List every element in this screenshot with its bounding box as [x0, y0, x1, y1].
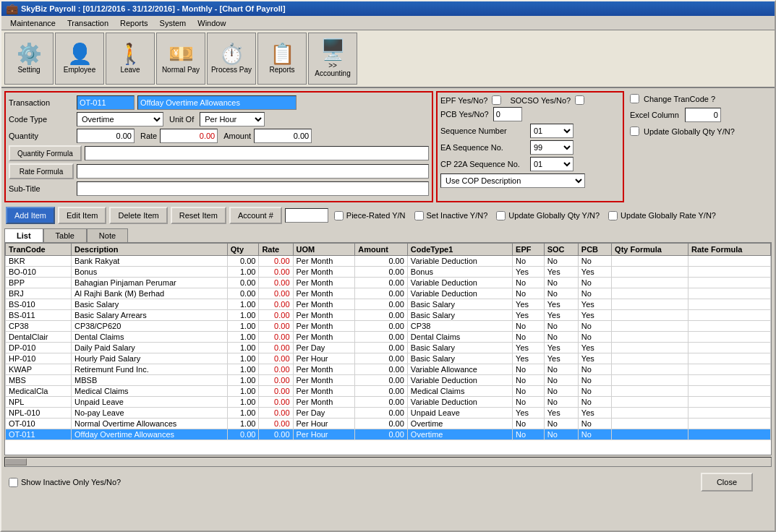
table-row[interactable]: CP38 CP38/CP620 1.00 0.00 Per Month 0.00… [6, 321, 771, 332]
reports-icon: 📋 [270, 44, 295, 64]
set-inactive-checkbox[interactable] [414, 211, 424, 220]
cell-amount: 0.00 [355, 419, 408, 429]
tab-table[interactable]: Table [43, 228, 87, 242]
cell-rateformula [688, 267, 771, 278]
seq-number-select[interactable]: 01 [530, 124, 574, 138]
menu-system[interactable]: System [154, 17, 192, 29]
code-type-select[interactable]: Overtime [77, 112, 163, 126]
horizontal-scrollbar[interactable] [4, 457, 772, 467]
reset-item-button[interactable]: Reset Item [171, 207, 226, 224]
update-globally-qty-checkbox[interactable] [630, 126, 639, 136]
table-row[interactable]: BPP Bahagian Pinjaman Perumar 0.00 0.00 … [6, 278, 771, 288]
cell-qty: 1.00 [227, 364, 259, 375]
employee-button[interactable]: 👤 Employee [55, 33, 104, 85]
cell-qty: 0.00 [227, 278, 259, 288]
epf-checkbox[interactable] [492, 95, 501, 105]
rate-formula-input[interactable] [77, 164, 429, 179]
cell-rateformula [688, 353, 771, 364]
table-row[interactable]: BRJ Al Rajhi Bank (M) Berhad 0.00 0.00 P… [6, 288, 771, 299]
ea-seq-select[interactable]: 99 [530, 140, 574, 155]
table-row[interactable]: HP-010 Hourly Paid Salary 1.00 0.00 Per … [6, 353, 771, 364]
menu-reports[interactable]: Reports [114, 17, 154, 29]
menu-maintenance[interactable]: Maintenance [4, 17, 61, 29]
pcb-input[interactable] [493, 107, 522, 121]
show-inactive-checkbox[interactable] [9, 478, 18, 487]
account-num-button[interactable]: Account # [229, 207, 282, 224]
tab-list[interactable]: List [4, 228, 43, 242]
transaction-code-input[interactable] [77, 95, 135, 110]
cell-rate: 0.00 [259, 299, 293, 310]
tab-note[interactable]: Note [87, 228, 128, 242]
quantity-label: Quantity [9, 132, 74, 140]
update-globally-qty2-checkbox[interactable] [496, 211, 506, 220]
table-row[interactable]: BKR Bank Rakyat 0.00 0.00 Per Month 0.00… [6, 256, 771, 267]
table-row[interactable]: MBS MBSB 1.00 0.00 Per Month 0.00 Variab… [6, 375, 771, 386]
data-table: TranCode Description Qty Rate UOM Amount… [5, 243, 771, 440]
cp22a-seq-row: CP 22A Sequence No. 01 [440, 157, 620, 171]
account-num-input[interactable] [285, 208, 328, 223]
table-row[interactable]: BO-010 Bonus 1.00 0.00 Per Month 0.00 Bo… [6, 267, 771, 278]
menu-window[interactable]: Window [192, 17, 231, 29]
process-pay-button[interactable]: ⏱️ Process Pay [207, 33, 256, 85]
cell-uom: Per Month [293, 256, 355, 267]
rate-input[interactable] [160, 129, 218, 143]
edit-item-button[interactable]: Edit Item [58, 207, 106, 224]
piece-rated-checkbox[interactable] [334, 211, 344, 220]
cell-trancode: NPL [6, 397, 72, 408]
table-row[interactable]: OT-011 Offday Overtime Allowances 0.00 0… [6, 429, 771, 440]
delete-item-button[interactable]: Delete Item [109, 207, 167, 224]
excel-column-input[interactable] [685, 108, 721, 122]
table-row[interactable]: BS-010 Basic Salary 1.00 0.00 Per Month … [6, 299, 771, 310]
cell-soc: No [544, 375, 578, 386]
cell-rate: 0.00 [259, 353, 293, 364]
cell-epf: Yes [513, 343, 545, 353]
cp22a-seq-select[interactable]: 01 [530, 157, 574, 171]
cell-amount: 0.00 [355, 386, 408, 397]
transaction-desc-input[interactable] [137, 95, 297, 110]
setting-button[interactable]: ⚙️ Setting [4, 33, 54, 85]
normal-pay-button[interactable]: 💴 Normal Pay [156, 33, 205, 85]
update-globally-rate-checkbox[interactable] [608, 211, 618, 220]
close-button[interactable]: Close [701, 473, 753, 492]
table-row[interactable]: MedicalCla Medical Claims 1.00 0.00 Per … [6, 386, 771, 397]
cell-qtyformula [612, 332, 688, 343]
cell-pcb: No [578, 386, 611, 397]
quantity-formula-btn[interactable]: Quantity Formula [9, 145, 82, 161]
add-item-button[interactable]: Add Item [6, 207, 55, 224]
cell-codetype: Basic Salary [407, 353, 512, 364]
accounting-button[interactable]: 🖥️ >> Accounting [308, 33, 357, 85]
quantity-formula-input[interactable] [85, 146, 429, 160]
table-row[interactable]: DentalClair Dental Claims 1.00 0.00 Per … [6, 332, 771, 343]
scrollbar-thumb[interactable] [5, 458, 27, 466]
menu-transaction[interactable]: Transaction [61, 17, 114, 29]
table-row[interactable]: OT-010 Normal Overtime Allowances 1.00 0… [6, 419, 771, 429]
use-cop-select[interactable]: Use COP Description [440, 173, 585, 188]
leave-button[interactable]: 🚶 Leave [106, 33, 155, 85]
subtitle-input[interactable] [77, 181, 429, 196]
table-row[interactable]: BS-011 Basic Salary Arrears 1.00 0.00 Pe… [6, 310, 771, 321]
amount-input[interactable] [254, 129, 312, 143]
table-row[interactable]: NPL-010 No-pay Leave 1.00 0.00 Per Day 0… [6, 408, 771, 419]
change-trancode-checkbox[interactable] [630, 94, 639, 103]
cell-soc: Yes [544, 310, 578, 321]
quantity-input[interactable] [77, 129, 135, 143]
cell-soc: Yes [544, 267, 578, 278]
reports-button[interactable]: 📋 Reports [257, 33, 307, 85]
table-row[interactable]: DP-010 Daily Paid Salary 1.00 0.00 Per D… [6, 343, 771, 353]
cell-qtyformula [612, 288, 688, 299]
rate-formula-btn[interactable]: Rate Formula [9, 163, 74, 179]
cell-rate: 0.00 [259, 364, 293, 375]
unit-of-select[interactable]: Per Hour Per Month Per Day [200, 112, 265, 126]
cell-qtyformula [612, 353, 688, 364]
table-row[interactable]: NPL Unpaid Leave 1.00 0.00 Per Month 0.0… [6, 397, 771, 408]
cell-pcb: No [578, 364, 611, 375]
cell-qtyformula [612, 364, 688, 375]
cell-trancode: MedicalCla [6, 386, 72, 397]
cell-codetype: Variable Deduction [407, 397, 512, 408]
cell-uom: Per Month [293, 310, 355, 321]
cell-soc: No [544, 397, 578, 408]
socso-checkbox[interactable] [575, 95, 584, 105]
cell-trancode: DentalClair [6, 332, 72, 343]
table-row[interactable]: KWAP Retiremunt Fund Inc. 1.00 0.00 Per … [6, 364, 771, 375]
piece-rated-label: Piece-Rated Y/N [346, 211, 406, 220]
